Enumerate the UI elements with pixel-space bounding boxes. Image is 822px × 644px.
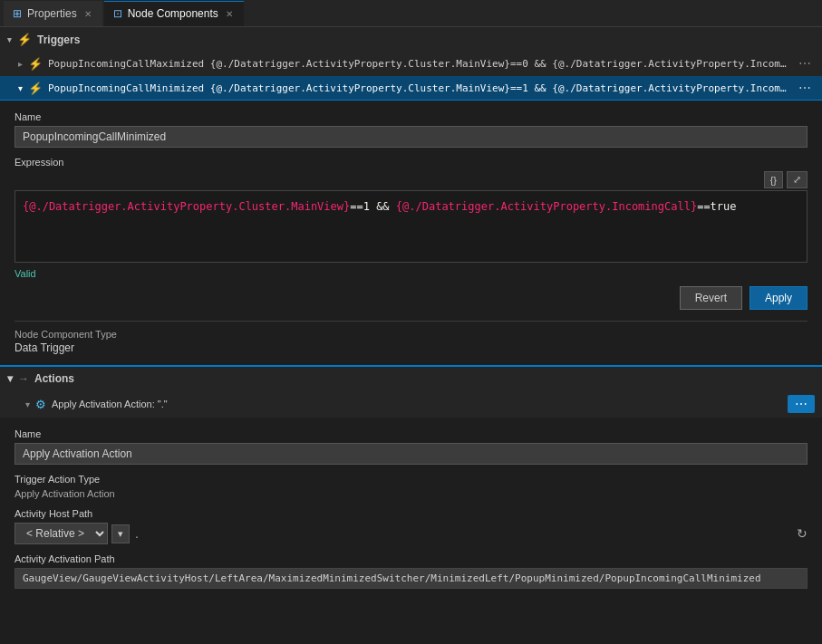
action-item-menu-button[interactable]: ⋯ bbox=[788, 395, 815, 413]
trigger-2-icon: ⚡ bbox=[28, 82, 43, 95]
node-components-icon: ⊡ bbox=[113, 7, 122, 20]
expression-code-display: {@./Datatrigger.ActivityProperty.Cluster… bbox=[15, 190, 807, 263]
action-item-row[interactable]: ▾ ⚙ Apply Activation Action: "." ⋯ bbox=[0, 390, 822, 418]
name-field-label: Name bbox=[15, 111, 807, 122]
action-name-input[interactable] bbox=[15, 443, 807, 465]
action-name-label: Name bbox=[15, 428, 807, 439]
expand-button[interactable]: ⤢ bbox=[787, 171, 807, 188]
expression-field-label: Expression bbox=[15, 157, 807, 168]
trigger-1-chevron: ▸ bbox=[18, 59, 23, 69]
triggers-chevron: ▾ bbox=[7, 35, 12, 44]
apply-button[interactable]: Apply bbox=[749, 286, 807, 310]
trigger-1-menu-button[interactable]: ⋯ bbox=[795, 56, 815, 71]
action-item-chevron: ▾ bbox=[25, 399, 30, 409]
expr-part-1: {@./Datatrigger.ActivityProperty.Cluster… bbox=[23, 200, 350, 213]
trigger-row-1[interactable]: ▸ ⚡ PopupIncomingCallMaximized {@./Datat… bbox=[0, 52, 822, 76]
trigger-action-type-value: Apply Activation Action bbox=[15, 488, 807, 499]
triggers-section-header[interactable]: ▾ ⚡ Triggers bbox=[0, 27, 822, 52]
expression-toolbar: {} ⤢ bbox=[15, 171, 807, 188]
actions-section-label: Actions bbox=[34, 372, 74, 385]
trigger-action-type-label: Trigger Action Type bbox=[15, 474, 807, 485]
action-item-icon: ⚙ bbox=[35, 398, 46, 411]
relative-dropdown[interactable]: < Relative > bbox=[15, 523, 108, 544]
node-component-type-value: Data Trigger bbox=[15, 341, 807, 354]
actions-chevron: ▾ bbox=[7, 372, 13, 385]
actions-section: ▾ → Actions ▾ ⚙ Apply Activation Action:… bbox=[0, 367, 822, 418]
trigger-row-2[interactable]: ▾ ⚡ PopupIncomingCallMinimized {@./Datat… bbox=[0, 76, 822, 101]
path-dot-separator: . bbox=[135, 526, 139, 541]
activity-activation-path-value: GaugeView/GaugeViewActivityHost/LeftArea… bbox=[15, 568, 807, 589]
trigger-2-label: PopupIncomingCallMinimized {@./Datatrigg… bbox=[48, 82, 789, 94]
tab-properties[interactable]: ⊞ Properties ✕ bbox=[4, 1, 102, 26]
main-container: ▾ ⚡ Triggers ▸ ⚡ PopupIncomingCallMaximi… bbox=[0, 27, 822, 644]
tab-properties-close[interactable]: ✕ bbox=[82, 8, 93, 20]
trigger-2-menu-button[interactable]: ⋯ bbox=[795, 81, 815, 95]
relative-dropdown-arrow[interactable]: ▾ bbox=[111, 524, 130, 543]
tab-node-components[interactable]: ⊡ Node Components ✕ bbox=[104, 1, 244, 26]
actions-icon: → bbox=[18, 372, 29, 385]
trigger-1-icon: ⚡ bbox=[28, 57, 43, 71]
actions-section-header[interactable]: ▾ → Actions bbox=[0, 367, 822, 390]
tab-bar: ⊞ Properties ✕ ⊡ Node Components ✕ bbox=[0, 0, 822, 27]
node-component-type-label: Node Component Type bbox=[15, 329, 807, 340]
trigger-expanded-content: Name Expression {} ⤢ {@./Datatrigger.Act… bbox=[0, 101, 822, 367]
tab-properties-label: Properties bbox=[27, 7, 77, 20]
properties-icon: ⊞ bbox=[13, 7, 22, 20]
tab-node-components-close[interactable]: ✕ bbox=[224, 8, 235, 20]
activity-host-path-row: < Relative > ▾ . ↻ bbox=[15, 523, 807, 544]
curly-braces-button[interactable]: {} bbox=[764, 171, 783, 188]
action-expanded-content: Name Trigger Action Type Apply Activatio… bbox=[0, 418, 822, 600]
valid-label: Valid bbox=[15, 268, 807, 279]
activity-activation-path-label: Activity Activation Path bbox=[15, 553, 807, 564]
triggers-section-label: Triggers bbox=[37, 34, 80, 46]
triggers-icon: ⚡ bbox=[17, 33, 32, 46]
trigger-actions-row: Revert Apply bbox=[15, 286, 807, 310]
trigger-1-label: PopupIncomingCallMaximized {@./Datatrigg… bbox=[48, 58, 789, 70]
activity-host-path-label: Activity Host Path bbox=[15, 508, 807, 519]
refresh-button[interactable]: ↻ bbox=[797, 526, 807, 541]
trigger-2-chevron: ▾ bbox=[18, 83, 23, 93]
revert-button[interactable]: Revert bbox=[680, 286, 742, 310]
tab-node-components-label: Node Components bbox=[128, 7, 218, 20]
node-component-type-section: Node Component Type Data Trigger bbox=[15, 321, 807, 354]
action-item-label: Apply Activation Action: "." bbox=[52, 399, 168, 409]
name-input[interactable] bbox=[15, 126, 807, 148]
expression-area: {} ⤢ {@./Datatrigger.ActivityProperty.Cl… bbox=[15, 171, 807, 263]
